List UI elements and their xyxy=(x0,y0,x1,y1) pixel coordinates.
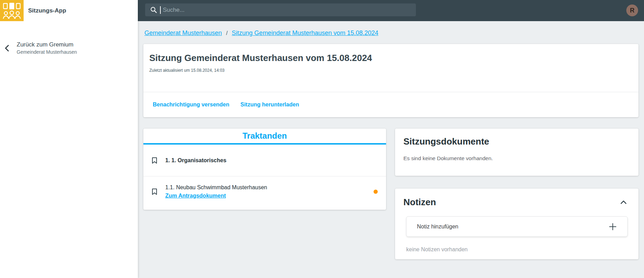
session-actions: Benachrichtigung versenden Sitzung herun… xyxy=(143,92,638,117)
collapse-notes-button[interactable] xyxy=(620,200,627,204)
documents-empty-message: Es sind keine Dokumente vorhanden. xyxy=(403,155,630,162)
breadcrumb-separator: / xyxy=(226,30,227,36)
sidebar-header: Sitzungs-App xyxy=(0,0,138,21)
bookmark-icon xyxy=(152,157,157,164)
sidebar-back-nav[interactable]: Zurück zum Gremium Gemeinderat Musterhau… xyxy=(0,39,138,57)
search-placeholder: Suche... xyxy=(163,7,184,14)
unread-indicator-dot xyxy=(374,190,378,194)
back-nav-label: Zurück zum Gremium xyxy=(17,41,77,48)
text-caret xyxy=(160,6,161,14)
agenda-item-neubau-schwimmbad[interactable]: 1.1. Neubau Schwimmbad Musterhausen Zum … xyxy=(143,176,386,207)
documents-panel: Sitzungsdokumente Es sind keine Dokument… xyxy=(395,129,638,176)
download-session-button[interactable]: Sitzung herunterladen xyxy=(241,102,299,108)
agenda-tab[interactable]: Traktanden xyxy=(143,129,386,145)
search-icon xyxy=(150,6,157,14)
breadcrumb-link-sitzung[interactable]: Sitzung Gemeinderat Musterhausen vom 15.… xyxy=(232,29,378,37)
agenda-item-organisatorisches[interactable]: 1. 1. Organisatorisches xyxy=(143,145,386,176)
agenda-item-title: 1. 1. Organisatorisches xyxy=(165,157,226,164)
notes-title: Notizen xyxy=(403,197,436,208)
sidebar: Sitzungs-App Zurück zum Gremium Gemeinde… xyxy=(0,0,138,278)
documents-title: Sitzungsdokumente xyxy=(403,136,630,147)
back-nav-sublabel: Gemeinderat Musterhausen xyxy=(17,49,77,55)
main-content: Gemeinderat Musterhausen / Sitzung Gemei… xyxy=(138,21,644,278)
agenda-title: Traktanden xyxy=(242,131,287,141)
plus-icon[interactable] xyxy=(609,223,617,231)
session-title: Sitzung Gemeinderat Musterhausen vom 15.… xyxy=(149,53,633,63)
breadcrumb-link-gremium[interactable]: Gemeinderat Musterhausen xyxy=(144,29,222,37)
chevron-left-icon xyxy=(3,44,11,52)
top-bar: Suche... R xyxy=(138,0,644,21)
avatar[interactable]: R xyxy=(626,5,638,16)
add-note-input[interactable]: Notiz hinzufügen xyxy=(406,216,628,237)
add-note-label: Notiz hinzufügen xyxy=(417,224,458,230)
session-updated-timestamp: Zuletzt aktualisiert um 15.08.2024, 14:0… xyxy=(149,68,633,73)
search-input[interactable]: Suche... xyxy=(145,3,416,16)
breadcrumb: Gemeinderat Musterhausen / Sitzung Gemei… xyxy=(144,29,378,37)
send-notification-button[interactable]: Benachrichtigung versenden xyxy=(153,102,229,108)
notes-panel: Notizen Notiz hinzufügen keine Notizen v… xyxy=(395,189,638,259)
notes-header: Notizen xyxy=(403,197,630,208)
app-logo-icon[interactable] xyxy=(0,0,24,21)
bookmark-icon xyxy=(152,188,157,195)
agenda-item-title: 1.1. Neubau Schwimmbad Musterhausen xyxy=(165,184,267,191)
antragsdokument-link[interactable]: Zum Antragsdokument xyxy=(165,193,267,199)
app-title: Sitzungs-App xyxy=(28,7,66,14)
notes-empty-message: keine Notizen vorhanden xyxy=(406,246,630,253)
session-card: Sitzung Gemeinderat Musterhausen vom 15.… xyxy=(143,44,638,117)
agenda-panel: Traktanden 1. 1. Organisatorisches 1.1. … xyxy=(143,129,386,210)
